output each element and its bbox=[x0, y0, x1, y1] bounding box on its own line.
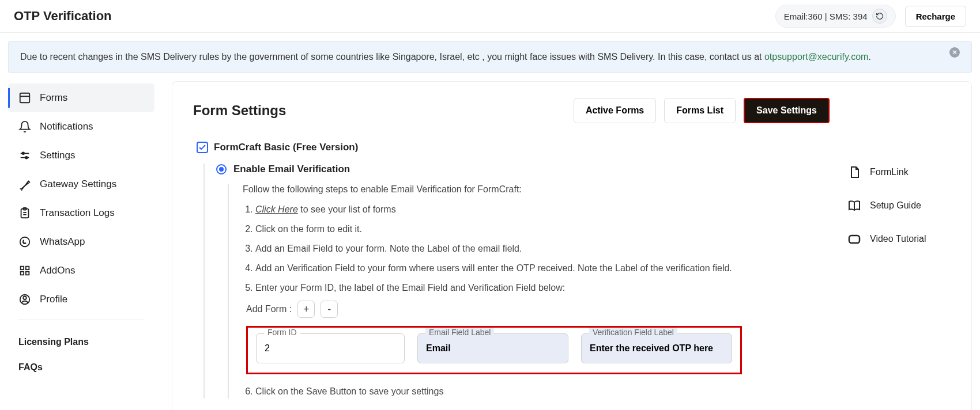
click-here-link[interactable]: Click Here bbox=[255, 204, 298, 214]
user-icon bbox=[18, 293, 31, 306]
video-tutorial-link[interactable]: Video Tutorial bbox=[847, 231, 951, 246]
form-id-input[interactable] bbox=[256, 333, 405, 363]
clipboard-icon bbox=[18, 207, 31, 219]
notice-text: Due to recent changes in the SMS Deliver… bbox=[20, 52, 764, 62]
active-forms-button[interactable]: Active Forms bbox=[574, 98, 656, 123]
form-id-legend: Form ID bbox=[264, 328, 300, 337]
enable-email-label: Enable Email Verification bbox=[233, 164, 350, 175]
enable-email-radio[interactable] bbox=[216, 164, 227, 174]
panel-label: Video Tutorial bbox=[870, 234, 926, 244]
recharge-button[interactable]: Recharge bbox=[905, 6, 966, 27]
support-email-link[interactable]: otpsupport@xecurify.com bbox=[764, 52, 868, 62]
add-form-plus-button[interactable]: + bbox=[297, 301, 315, 318]
grid-icon bbox=[18, 264, 31, 277]
page-title: OTP Verification bbox=[14, 9, 112, 24]
svg-rect-18 bbox=[849, 236, 860, 243]
sidebar-item-gateway[interactable]: Gateway Settings bbox=[8, 170, 154, 199]
divider bbox=[18, 320, 144, 320]
sidebar-item-label: Gateway Settings bbox=[40, 179, 116, 190]
close-icon[interactable]: ✕ bbox=[949, 47, 960, 58]
step-item: Click on the Save Button to save your se… bbox=[255, 385, 830, 398]
sidebar-item-label: Settings bbox=[40, 150, 75, 161]
formlink-link[interactable]: FormLink bbox=[847, 165, 951, 180]
sidebar-item-label: AddOns bbox=[40, 265, 75, 276]
pen-icon bbox=[18, 178, 31, 191]
sidebar-item-label: Profile bbox=[40, 294, 67, 305]
save-settings-button[interactable]: Save Settings bbox=[744, 98, 830, 123]
sidebar-item-label: Forms bbox=[40, 92, 67, 104]
step-item: Click on the form to edit it. bbox=[255, 222, 830, 236]
step-text: to see your list of forms bbox=[298, 204, 396, 214]
svg-point-16 bbox=[23, 297, 27, 300]
panel-label: Setup Guide bbox=[870, 200, 921, 211]
sidebar-item-label: WhatsApp bbox=[40, 236, 85, 248]
sidebar-item-label: Transaction Logs bbox=[40, 207, 115, 219]
formcraft-label: FormCraft Basic (Free Version) bbox=[214, 142, 358, 153]
svg-point-5 bbox=[25, 157, 28, 159]
notice-text-after: . bbox=[868, 52, 870, 62]
sliders-icon bbox=[18, 149, 31, 162]
step-item: Enter your Form ID, the label of the Ema… bbox=[255, 281, 830, 295]
step-item: Add an Verification Field to your form w… bbox=[255, 261, 830, 275]
verification-field-legend: Verification Field Label bbox=[589, 328, 677, 337]
sidebar-item-label: Notifications bbox=[40, 121, 93, 132]
credits-text: Email:360 | SMS: 394 bbox=[784, 12, 868, 21]
step-item: Add an Email Field to your form. Note th… bbox=[255, 242, 830, 256]
svg-point-4 bbox=[22, 153, 24, 155]
form-fields-highlight: Form ID Email Field Label Verification F… bbox=[246, 326, 742, 374]
sidebar-item-whatsapp[interactable]: WhatsApp bbox=[8, 227, 154, 256]
steps-intro: Follow the following steps to enable Ema… bbox=[243, 184, 830, 195]
bell-icon bbox=[18, 120, 31, 133]
svg-rect-14 bbox=[26, 272, 29, 275]
book-icon bbox=[847, 198, 862, 213]
form-icon bbox=[18, 92, 31, 104]
panel-label: FormLink bbox=[870, 167, 909, 177]
svg-rect-0 bbox=[20, 93, 30, 103]
sidebar-item-forms[interactable]: Forms bbox=[8, 83, 154, 112]
sidebar-item-notifications[interactable]: Notifications bbox=[8, 112, 154, 141]
add-form-minus-button[interactable]: - bbox=[321, 301, 338, 318]
sidebar-item-settings[interactable]: Settings bbox=[8, 141, 154, 170]
email-field-legend: Email Field Label bbox=[425, 328, 494, 337]
sidebar-faqs[interactable]: FAQs bbox=[8, 355, 154, 380]
svg-rect-12 bbox=[26, 267, 29, 270]
svg-rect-11 bbox=[21, 267, 24, 270]
svg-point-10 bbox=[20, 237, 30, 247]
file-icon bbox=[847, 165, 862, 180]
add-form-label: Add Form : bbox=[246, 304, 292, 314]
notice-banner: Due to recent changes in the SMS Deliver… bbox=[8, 41, 972, 73]
email-field-input[interactable] bbox=[417, 333, 568, 363]
step-item: Click Here to see your list of forms bbox=[255, 203, 830, 217]
sidebar: Forms Notifications Settings Gateway Set… bbox=[8, 81, 154, 392]
verification-field-input[interactable] bbox=[581, 333, 732, 363]
sidebar-licensing-plans[interactable]: Licensing Plans bbox=[8, 329, 154, 355]
refresh-icon[interactable] bbox=[872, 9, 887, 24]
forms-list-button[interactable]: Forms List bbox=[664, 98, 736, 123]
section-title: Form Settings bbox=[193, 102, 286, 119]
formcraft-checkbox[interactable] bbox=[197, 142, 208, 153]
sidebar-item-profile[interactable]: Profile bbox=[8, 285, 154, 314]
sidebar-item-transaction-logs[interactable]: Transaction Logs bbox=[8, 199, 154, 227]
whatsapp-icon bbox=[18, 236, 31, 248]
setup-guide-link[interactable]: Setup Guide bbox=[847, 198, 951, 213]
credits-chip: Email:360 | SMS: 394 bbox=[775, 5, 896, 28]
video-icon bbox=[847, 231, 862, 246]
sidebar-item-addons[interactable]: AddOns bbox=[8, 256, 154, 285]
svg-rect-13 bbox=[21, 272, 24, 275]
